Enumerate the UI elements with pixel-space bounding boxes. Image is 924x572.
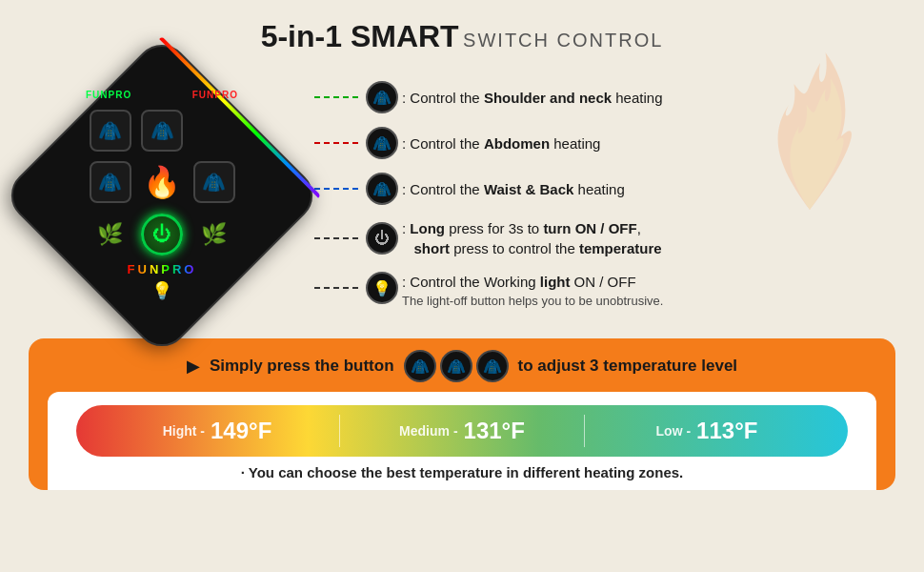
vest-icon-tm: 🧥 [141, 110, 183, 152]
control-shoulder: 🧥 : Control the Shoulder and neck heatin… [314, 81, 895, 113]
temp-medium: Medium - 131°F [340, 418, 584, 444]
device-inner: FUNPRO FUNPRO 🧥 🧥 [57, 91, 267, 300]
title-regular: SWITCH CONTROL [463, 30, 663, 51]
control-waist: 🧥 : Control the Waist & Back heating [314, 173, 895, 205]
press-bar: ▶ Simply press the button 🧥 🧥 🧥 to adjus… [48, 350, 876, 382]
power-button[interactable]: ⏻ [141, 214, 183, 255]
line-red [314, 142, 362, 144]
btn-top-mid: 🧥 [138, 108, 186, 153]
logo-left: FUNPRO [86, 90, 131, 100]
control-light: 💡 : Control the Working light ON / OFF T… [314, 272, 895, 308]
ctrl-text-waist: : Control the Waist & Back heating [402, 179, 625, 199]
ctrl-icon-power: ⏻ [366, 222, 398, 255]
line-black2 [314, 287, 362, 289]
ctrl-icon-shoulder: 🧥 [366, 81, 398, 113]
wreath-left-icon: 🌿 [97, 222, 123, 247]
logo-right: FUNPRO [192, 90, 238, 100]
btn-bot-left: 🌿 [88, 212, 132, 256]
ctrl-text-abdomen: : Control the Abdomen heating [402, 133, 600, 153]
ctrl-text-shoulder: : Control the Shoulder and neck heating [402, 88, 662, 108]
press-text-1: Simply press the button [210, 357, 394, 376]
control-power: ⏻ : Long press for 3s to turn ON / OFF, … [314, 218, 895, 258]
button-grid: 🧥 🧥 🧥 🔥 [88, 108, 236, 256]
bottom-section: ▶ Simply press the button 🧥 🧥 🧥 to adjus… [29, 338, 895, 490]
play-icon: ▶ [187, 356, 200, 377]
line-green [314, 96, 362, 98]
press-icons-group: 🧥 🧥 🧥 [404, 350, 509, 382]
lightbulb-icon: 💡 [151, 280, 172, 301]
btn-top-left: 🧥 [88, 108, 132, 153]
line-black1 [314, 237, 362, 239]
controls-section: 🧥 : Control the Shoulder and neck heatin… [314, 72, 895, 321]
flame-icon-center: 🔥 [138, 158, 186, 206]
temp-medium-value: 131°F [464, 418, 525, 444]
btn-bot-right: 🌿 [191, 212, 236, 256]
temp-high-value: 149°F [211, 418, 271, 444]
wreath-right-icon: 🌿 [201, 222, 227, 247]
line-blue [314, 188, 362, 190]
btn-top-right [191, 108, 236, 153]
ctrl-icon-waist: 🧥 [366, 173, 398, 205]
ctrl-text-power: : Long press for 3s to turn ON / OFF, sh… [402, 218, 662, 258]
vest-icon-mr: 🧥 [193, 161, 235, 203]
ctrl-text-light: : Control the Working light ON / OFF [402, 272, 663, 292]
btn-mid-left: 🧥 [88, 158, 132, 206]
press-text-2: to adjust 3 temperature level [518, 357, 738, 376]
title-bold: 5-in-1 SMART [261, 19, 459, 53]
temp-low-label: Low - [656, 423, 692, 439]
ctrl-icon-light: 💡 [366, 272, 398, 304]
temp-low: Low - 113°F [585, 418, 829, 444]
press-icon-3: 🧥 [476, 350, 509, 382]
control-abdomen: 🧥 : Control the Abdomen heating [314, 127, 895, 159]
temp-high-label: Hight - [163, 423, 205, 439]
white-temp-section: Hight - 149°F Medium - 131°F Low - 113°F… [48, 392, 876, 490]
temp-low-value: 113°F [696, 418, 757, 444]
main-row: FUNPRO FUNPRO 🧥 🧥 [29, 72, 895, 321]
brand-label: FUNPRO [128, 262, 197, 276]
btn-mid-center: 🔥 [138, 158, 186, 206]
vest-icon-ml: 🧥 [90, 161, 131, 203]
device-container: FUNPRO FUNPRO 🧥 🧥 [29, 72, 295, 319]
temp-high: Hight - 149°F [95, 418, 339, 444]
ctrl-subtext-light: The light-off button helps you to be uno… [402, 294, 663, 308]
ctrl-text-light-wrap: : Control the Working light ON / OFF The… [402, 272, 663, 308]
btn-bot-center: ⏻ [138, 212, 186, 256]
ctrl-icon-abdomen: 🧥 [366, 127, 398, 159]
temp-medium-label: Medium - [399, 423, 457, 439]
press-icon-2: 🧥 [440, 350, 472, 382]
press-icon-1: 🧥 [404, 350, 436, 382]
temp-gradient-bar: Hight - 149°F Medium - 131°F Low - 113°F [76, 405, 848, 457]
btn-mid-right: 🧥 [191, 158, 236, 206]
choose-text: · You can choose the best temperature in… [76, 464, 848, 480]
vest-icon-tl: 🧥 [90, 110, 131, 152]
